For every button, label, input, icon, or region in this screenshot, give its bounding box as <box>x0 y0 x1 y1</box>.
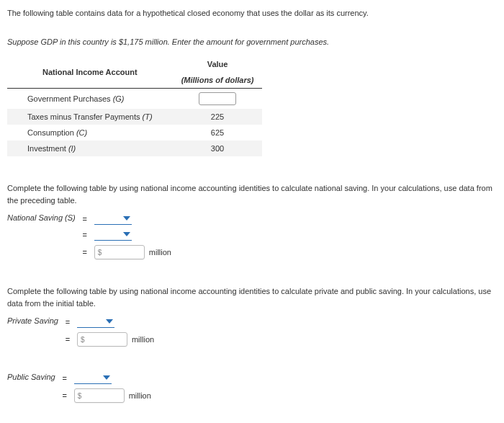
table-row: Taxes minus Transfer Payments (T) 225 <box>7 109 262 125</box>
public-saving-block: Public Saving = = $ million <box>7 373 497 407</box>
section2-text: Complete the following table by using na… <box>7 182 497 206</box>
public-saving-formula-dropdown[interactable] <box>74 373 112 384</box>
gov-purchases-input[interactable] <box>199 92 236 105</box>
caret-down-icon <box>123 216 130 221</box>
row-label: Taxes minus Transfer Payments <box>27 112 140 121</box>
private-saving-value-input[interactable]: $ <box>77 332 127 347</box>
caret-down-icon <box>106 319 113 324</box>
national-saving-formula-dropdown-2[interactable] <box>94 229 132 241</box>
row-value: 300 <box>173 141 263 156</box>
row-sym: (C) <box>76 128 87 137</box>
equals-sign: = <box>63 335 73 344</box>
equals-sign: = <box>60 391 70 400</box>
private-saving-label: Private Saving <box>7 316 58 325</box>
section3-text: Complete the following table by using na… <box>7 285 497 309</box>
dollar-sign: $ <box>78 392 82 400</box>
dollar-sign: $ <box>81 336 85 344</box>
row-sym: (G) <box>113 94 125 103</box>
dollar-sign: $ <box>98 249 102 257</box>
public-saving-label: Public Saving <box>7 373 55 381</box>
caret-down-icon <box>123 232 130 236</box>
gdp-prompt: Suppose GDP in this country is $1,175 mi… <box>7 37 497 46</box>
row-label: Investment <box>27 144 66 153</box>
national-saving-block: National Saving (S) = = = $ million <box>7 213 497 264</box>
equals-sign: = <box>80 215 90 223</box>
table-row: Investment (I) 300 <box>7 141 262 156</box>
row-value: 625 <box>173 125 263 141</box>
row-label: Government Purchases <box>27 94 111 103</box>
table-row: Consumption (C) 625 <box>7 125 262 141</box>
private-saving-block: Private Saving = = $ million <box>7 316 497 351</box>
national-saving-label: National Saving (S) <box>7 213 76 222</box>
table-header-units: (Millions of dollars) <box>173 72 263 89</box>
equals-sign: = <box>60 374 70 383</box>
row-label: Consumption <box>27 128 74 137</box>
table-row: Government Purchases (G) <box>7 89 262 110</box>
table-header-value: Value <box>173 56 263 72</box>
national-saving-formula-dropdown-1[interactable] <box>94 213 132 225</box>
equals-sign: = <box>63 318 73 326</box>
unit-label: million <box>149 248 171 257</box>
row-value: 225 <box>173 109 263 125</box>
unit-label: million <box>132 335 154 344</box>
equals-sign: = <box>80 248 90 257</box>
equals-sign: = <box>80 231 90 239</box>
row-sym: (T) <box>143 112 153 121</box>
row-sym: (I) <box>68 144 76 153</box>
caret-down-icon <box>103 375 110 380</box>
public-saving-value-input[interactable]: $ <box>74 388 125 403</box>
table-header-account: National Income Account <box>7 56 173 89</box>
national-saving-value-input[interactable]: $ <box>94 245 145 259</box>
unit-label: million <box>129 391 151 400</box>
national-income-table: National Income Account Value (Millions … <box>7 56 262 156</box>
intro-text: The following table contains data for a … <box>7 9 497 17</box>
private-saving-formula-dropdown[interactable] <box>77 316 114 328</box>
